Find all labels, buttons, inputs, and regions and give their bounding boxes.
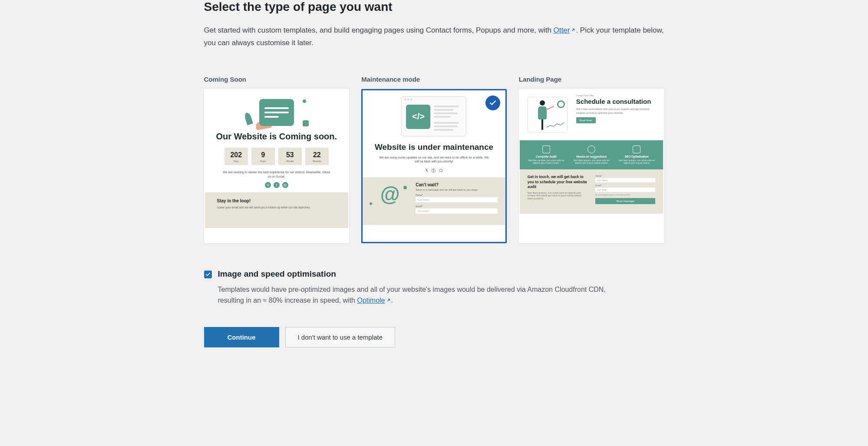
instagram-icon: ▢ bbox=[439, 168, 443, 174]
intro-text: Get started with custom templates, and b… bbox=[204, 24, 664, 50]
otter-link-text: Otter bbox=[554, 26, 570, 34]
intro-before: Get started with custom templates, and b… bbox=[204, 26, 554, 34]
twitter-icon: 𝕏 bbox=[425, 168, 428, 174]
template-landing: Landing Page Limited Time Offer Schedule… bbox=[519, 76, 664, 243]
template-label-coming-soon: Coming Soon bbox=[204, 76, 350, 83]
cs-socials: 𝕏 f ◎ bbox=[211, 182, 343, 188]
optimisation-description: Templates would have pre-optimized image… bbox=[218, 284, 626, 306]
mm-preview-title: Website is under maintenance bbox=[369, 142, 499, 152]
optimisation-title: Image and speed optimisation bbox=[218, 269, 336, 279]
mm-sub: Send us a message and we will get back t… bbox=[416, 188, 498, 191]
template-card-maintenance[interactable]: </> Website is under maintenance We are … bbox=[361, 89, 507, 243]
template-label-maintenance: Maintenance mode bbox=[361, 76, 507, 83]
mm-cant-wait: Can't wait? bbox=[416, 182, 498, 187]
lp-features: Complete AuditNam libero tempore, cum so… bbox=[520, 140, 663, 170]
facebook-icon: f bbox=[274, 182, 280, 188]
skip-template-button[interactable]: I don't want to use a template bbox=[285, 327, 395, 347]
bar-chart-icon bbox=[633, 145, 640, 153]
template-card-coming-soon[interactable]: Our Website is Coming soon. 202Days 9Hou… bbox=[204, 89, 350, 243]
selected-check-icon bbox=[485, 96, 500, 110]
clipboard-icon bbox=[542, 145, 550, 153]
coming-soon-illustration bbox=[211, 97, 343, 128]
continue-button[interactable]: Continue bbox=[204, 327, 279, 347]
cs-loop-sub: Leave your email and we will send you a … bbox=[217, 205, 337, 209]
lp-cta: Book Now! bbox=[576, 117, 596, 123]
optimole-link[interactable]: Optimole bbox=[357, 297, 391, 304]
template-label-landing: Landing Page bbox=[519, 76, 664, 83]
cs-note: We are working to deliver the best exper… bbox=[211, 170, 343, 179]
external-link-icon bbox=[386, 297, 391, 303]
lp-preview-title: Schedule a consultation bbox=[576, 98, 656, 106]
optimisation-checkbox[interactable] bbox=[204, 271, 212, 278]
template-card-landing[interactable]: Limited Time Offer Schedule a consultati… bbox=[519, 89, 664, 243]
lightbulb-icon bbox=[587, 145, 595, 153]
lp-illustration bbox=[528, 94, 570, 135]
external-link-icon bbox=[571, 27, 576, 33]
template-coming-soon: Coming Soon Our Website is Coming soon. … bbox=[204, 76, 350, 243]
code-icon: </> bbox=[406, 105, 430, 129]
mm-socials: 𝕏 ⓕ ▢ bbox=[369, 168, 499, 174]
template-grid: Coming Soon Our Website is Coming soon. … bbox=[204, 76, 664, 243]
cs-countdown: 202Days 9Hours 53Minutes 22Seconds bbox=[211, 148, 343, 165]
otter-link[interactable]: Otter bbox=[554, 26, 576, 34]
twitter-icon: 𝕏 bbox=[265, 182, 271, 188]
cs-loop-title: Stay in the loop! bbox=[217, 198, 337, 203]
page-title: Select the type of page you want bbox=[204, 0, 664, 14]
cs-preview-title: Our Website is Coming soon. bbox=[211, 132, 343, 142]
mm-browser-illustration: </> bbox=[401, 96, 466, 136]
template-maintenance: Maintenance mode </> Website is under ma… bbox=[361, 76, 507, 243]
instagram-icon: ◎ bbox=[282, 182, 288, 188]
mm-note: We are doing some updates on our site, a… bbox=[369, 155, 499, 164]
at-symbol-illustration: @ bbox=[370, 182, 409, 206]
facebook-icon: ⓕ bbox=[432, 168, 436, 174]
